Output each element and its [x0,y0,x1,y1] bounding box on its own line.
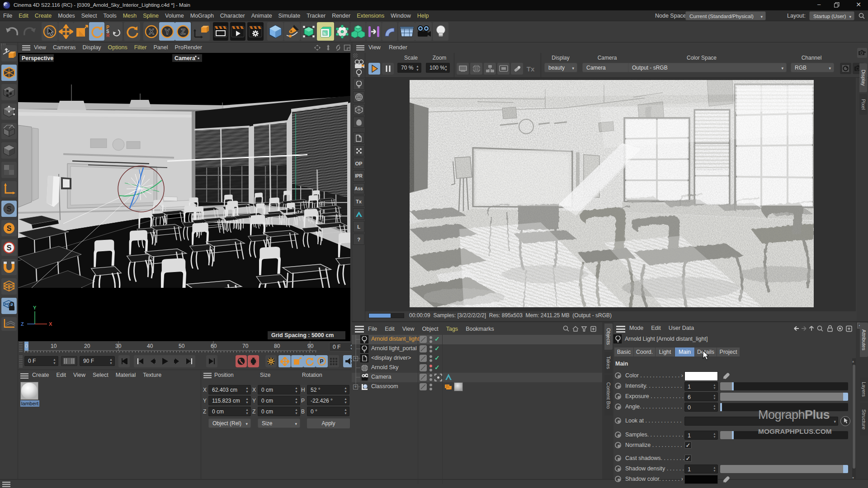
svg-text:90: 90 [307,343,314,349]
svg-text:Grid Spacing : 5000 cm: Grid Spacing : 5000 cm [271,332,334,338]
svg-text:70: 70 [242,343,249,349]
svg-text:S: S [7,225,12,232]
svg-text:X: X [49,321,52,327]
svg-text:Camera: Camera [175,55,196,61]
svg-text:X: X [149,28,154,36]
svg-text:20: 20 [84,343,90,349]
svg-text:Y: Y [165,28,170,36]
svg-text:Z: Z [21,321,24,327]
svg-text:P: P [320,358,323,365]
svg-text:50: 50 [179,343,185,349]
svg-text:Perspective: Perspective [22,55,53,61]
svg-text:40: 40 [147,343,153,349]
svg-text:60: 60 [211,343,217,349]
svg-text:0: 0 [25,343,28,349]
svg-text:10: 10 [51,343,57,349]
svg-text:80: 80 [274,343,280,349]
svg-text:Z: Z [180,28,185,36]
svg-text:Y: Y [33,305,37,310]
svg-text:R: R [106,33,110,38]
svg-text:S: S [7,244,12,252]
svg-text:S: S [7,205,12,213]
